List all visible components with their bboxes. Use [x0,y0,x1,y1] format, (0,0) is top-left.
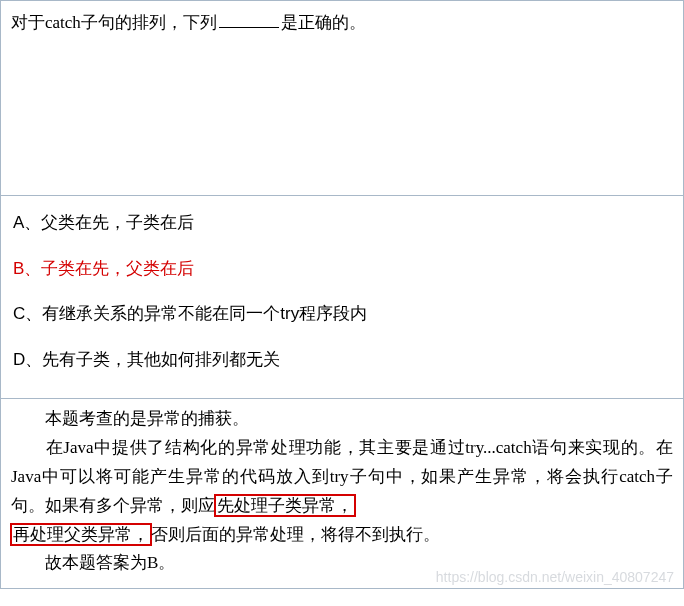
option-a[interactable]: A、父类在先，子类在后 [13,210,671,236]
explain-line3: 故本题答案为B。 [45,553,175,572]
option-b[interactable]: B、子类在先，父类在后 [13,256,671,282]
option-c[interactable]: C、有继承关系的异常不能在同一个try程序段内 [13,301,671,327]
explain-body-post: 否则后面的异常处理，将得不到执行。 [151,525,440,544]
explain-line1: 本题考查的是异常的捕获。 [45,409,249,428]
fill-blank [219,11,279,28]
explanation-panel: 本题考查的是异常的捕获。 在Java中提供了结构化的异常处理功能，其主要是通过t… [0,398,684,589]
question-panel: 对于catch子句的排列，下列是正确的。 [0,0,684,195]
options-panel: A、父类在先，子类在后 B、子类在先，父类在后 C、有继承关系的异常不能在同一个… [0,195,684,398]
question-prefix: 对于catch子句的排列，下列 [11,13,217,32]
option-d[interactable]: D、先有子类，其他如何排列都无关 [13,347,671,373]
highlight-1: 先处理子类异常， [214,494,356,517]
question-suffix: 是正确的。 [281,13,366,32]
highlight-2: 再处理父类异常， [10,523,152,546]
